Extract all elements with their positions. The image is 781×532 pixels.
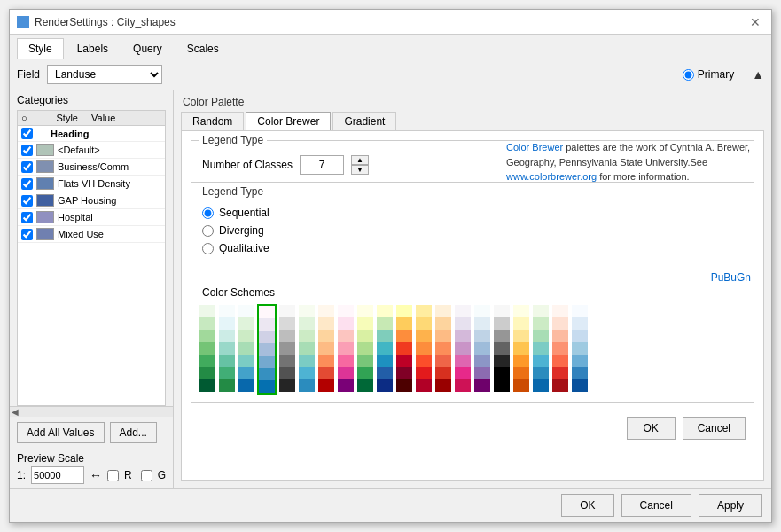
swatch-column[interactable]: [415, 304, 433, 395]
heading-value: Heading: [51, 129, 161, 139]
ok-button[interactable]: OK: [627, 417, 676, 440]
swatch-cell: [279, 317, 295, 330]
swatch-column[interactable]: [317, 304, 335, 395]
tab-style[interactable]: Style: [17, 38, 64, 59]
swatch-cell: [219, 367, 235, 379]
swatch-cell: [552, 305, 568, 317]
swatch-column[interactable]: [356, 304, 374, 395]
radio-sequential-input[interactable]: [202, 207, 214, 219]
swatch-cell: [455, 317, 471, 330]
field-select[interactable]: Landuse: [47, 65, 162, 84]
cat-check-hospital[interactable]: [21, 212, 33, 223]
swatch-column[interactable]: [395, 304, 413, 395]
tab-scales[interactable]: Scales: [176, 38, 230, 59]
cat-check-business[interactable]: [21, 161, 33, 173]
swatch-cell: [238, 330, 254, 342]
swatch-column[interactable]: [454, 304, 472, 395]
primary-radio[interactable]: [683, 69, 694, 81]
arrow-up-icon[interactable]: ▲: [752, 67, 764, 82]
preview-checkbox-r[interactable]: [107, 470, 119, 481]
swatch-cell: [513, 367, 529, 379]
swatch-column[interactable]: [571, 304, 589, 395]
swatch-cell: [416, 367, 432, 379]
cat-check-mixed[interactable]: [21, 229, 33, 240]
main-window: RenderSettings : City_shapes ✕ Style Lab…: [9, 9, 772, 523]
radio-diverging[interactable]: Diverging: [202, 224, 743, 237]
noc-up-arrow[interactable]: ▲: [351, 155, 369, 165]
palette-tab-random[interactable]: Random: [181, 112, 244, 130]
field-label: Field: [17, 68, 40, 81]
swatch-cell: [455, 330, 471, 342]
swatch-cell: [435, 367, 451, 379]
cat-check-flats[interactable]: [21, 178, 33, 190]
swatch-cell: [357, 342, 373, 355]
palette-tab-gradient[interactable]: Gradient: [332, 112, 396, 130]
h-scroll[interactable]: ◀: [10, 406, 173, 417]
palette-tab-colorbrewer[interactable]: Color Brewer: [246, 112, 331, 130]
categories-table: ○ Style Value Heading <Default>: [17, 110, 166, 406]
legend-type-section1: Legend Type Number of Classes ▲ ▼: [191, 140, 754, 183]
preview-checkbox-g[interactable]: [141, 470, 152, 481]
scroll-left-arrow[interactable]: ◀: [12, 407, 19, 417]
swatch-cell: [416, 317, 432, 330]
cancel-button[interactable]: Cancel: [683, 417, 746, 440]
close-button[interactable]: ✕: [746, 15, 764, 29]
swatch-cell: [318, 342, 334, 355]
swatch-column[interactable]: [278, 304, 296, 395]
col-check: ○: [21, 113, 57, 123]
bottom-apply-button[interactable]: Apply: [699, 494, 762, 517]
swatch-cell: [474, 342, 490, 355]
swatch-column[interactable]: [376, 304, 394, 395]
swatch-cell: [416, 342, 432, 355]
swatch-column[interactable]: [238, 304, 255, 395]
swatch-column[interactable]: [199, 304, 216, 395]
scheme-name-label: PuBuGn: [191, 271, 754, 284]
swatch-column[interactable]: [257, 304, 277, 395]
swatch-cell: [357, 355, 373, 367]
swatch-column[interactable]: [532, 304, 550, 395]
heading-checkbox[interactable]: [21, 128, 33, 139]
cat-check-gap[interactable]: [21, 195, 33, 207]
add-button[interactable]: Add...: [110, 422, 157, 443]
preview-scale-input[interactable]: [31, 466, 84, 484]
noc-down-arrow[interactable]: ▼: [351, 165, 369, 175]
bottom-ok-button[interactable]: OK: [561, 494, 613, 517]
swatch-cell: [259, 331, 275, 343]
swatch-cell: [238, 305, 254, 317]
radio-qualitative-input[interactable]: [202, 243, 214, 254]
swatch-column[interactable]: [473, 304, 491, 395]
categories-heading-row: Heading: [18, 126, 165, 142]
swatch-column[interactable]: [551, 304, 569, 395]
swatch-cell: [338, 367, 354, 379]
tab-query[interactable]: Query: [121, 38, 174, 59]
radio-diverging-input[interactable]: [202, 225, 214, 237]
swatch-column[interactable]: [337, 304, 355, 395]
cat-row-default: <Default>: [18, 142, 165, 159]
swatch-column[interactable]: [298, 304, 316, 395]
color-palette-title: Color Palette: [174, 90, 771, 112]
swatch-column[interactable]: [512, 304, 530, 395]
swatch-cell: [494, 305, 510, 317]
radio-qualitative[interactable]: Qualitative: [202, 242, 743, 254]
swatch-cell: [494, 367, 510, 379]
swatch-column[interactable]: [218, 304, 236, 395]
color-schemes-title: Color Schemes: [199, 286, 278, 299]
swatch-cell: [416, 305, 432, 317]
cat-check-default[interactable]: [21, 145, 33, 156]
window-title: RenderSettings : City_shapes: [35, 16, 746, 28]
swatch-cell: [396, 367, 412, 379]
swatch-column[interactable]: [493, 304, 511, 395]
add-all-values-button[interactable]: Add All Values: [17, 422, 105, 443]
bottom-cancel-button[interactable]: Cancel: [621, 494, 691, 517]
swatch-column[interactable]: [434, 304, 452, 395]
noc-input[interactable]: [300, 155, 344, 175]
primary-label: Primary: [698, 68, 734, 81]
swatch-cell: [338, 330, 354, 342]
swatch-cell: [279, 355, 295, 367]
radio-sequential[interactable]: Sequential: [202, 207, 743, 219]
swatch-cell: [572, 367, 588, 379]
swatch-cell: [318, 330, 334, 342]
legend-type-title2: Legend Type: [199, 185, 267, 198]
swatch-cell: [377, 317, 393, 330]
tab-labels[interactable]: Labels: [66, 38, 120, 59]
